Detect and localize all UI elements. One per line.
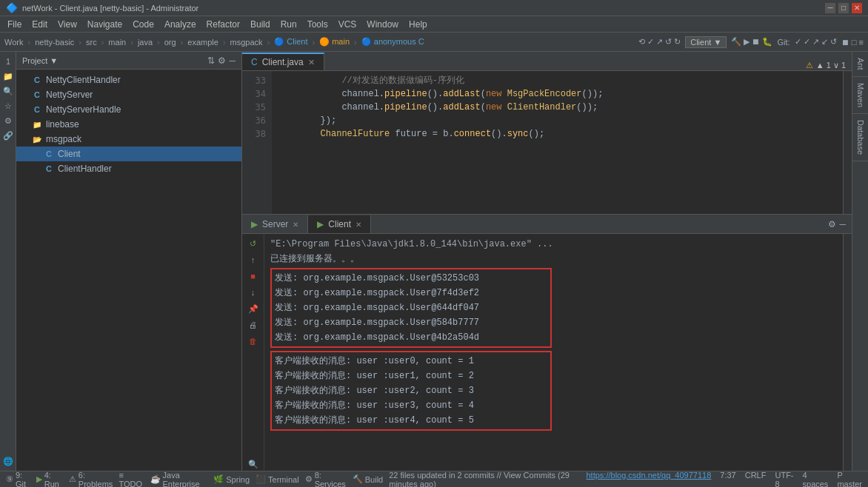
project-tree: C NettyClientHandler C NettyServer C Net… (16, 70, 241, 471)
run-stop-icon[interactable]: ■ (247, 269, 260, 283)
editor-toolbar-right: ⚠ ▲ 1 ∨ 1 (806, 61, 852, 70)
breadcrumb-anon[interactable]: 🔵 anonymous C (361, 37, 424, 47)
run-search-icon[interactable]: 🔍 (247, 457, 260, 471)
status-bar: ⑨ 9: Git ▶ 4: Run ⚠ 6: Problems ≡ TODO ☕… (0, 471, 868, 487)
sidebar-icon4[interactable]: ☆ (1, 99, 15, 112)
run-tab-server[interactable]: ▶ Server ✕ (242, 215, 308, 233)
breadcrumb-netty-basic[interactable]: netty-basic (35, 38, 74, 47)
breadcrumb-main2[interactable]: 🟠 main (319, 37, 350, 47)
menu-help[interactable]: Help (404, 18, 432, 31)
run-tab-client[interactable]: ▶ Client ✕ (308, 215, 371, 233)
run-print-icon[interactable]: 🖨 (247, 318, 260, 332)
menu-edit[interactable]: Edit (27, 18, 52, 31)
code-area[interactable]: //对发送的数据做编码-序列化 channel.pipeline().addLa… (272, 71, 843, 214)
status-terminal[interactable]: ⬛ Terminal (256, 474, 299, 484)
menu-analyze[interactable]: Analyze (160, 18, 201, 31)
send-line-0: 发送: org.example.msgpack.User@53253c03 (275, 271, 547, 286)
sidebar-icon2[interactable]: 📁 (1, 70, 15, 83)
menu-file[interactable]: File (3, 18, 26, 31)
maximize-button[interactable]: □ (838, 3, 849, 13)
menu-build[interactable]: Build (246, 18, 275, 31)
status-todo[interactable]: ≡ TODO (119, 471, 144, 488)
editor-scrollbar[interactable] (843, 71, 852, 214)
status-spaces[interactable]: 4 spaces (803, 471, 829, 488)
status-utf8[interactable]: UTF-8 (775, 471, 793, 488)
run-tab-bar: ▶ Server ✕ ▶ Client ✕ ⚙ ─ (242, 215, 852, 234)
toolbar-more-icons: ⏹ □ ≡ (841, 38, 864, 47)
panel-icon-minimize[interactable]: ─ (229, 56, 236, 66)
run-close-icon[interactable]: ─ (839, 219, 846, 229)
breadcrumb-client[interactable]: 🔵 Client (274, 37, 307, 47)
status-run[interactable]: ▶ 4: Run (36, 471, 63, 488)
send-label-0: 发送: (275, 273, 303, 283)
sidebar-icon6[interactable]: 🔗 (1, 129, 15, 142)
status-build[interactable]: 🔨 Build (353, 474, 383, 484)
status-services-icon: ⚙ (305, 474, 313, 484)
status-crlf[interactable]: CRLF (745, 471, 767, 488)
tree-icon-folder2: 📂 (31, 133, 43, 145)
sidebar-web-icon[interactable]: 🌐 (1, 454, 15, 468)
menu-navigate[interactable]: Navigate (83, 18, 127, 31)
tree-item-linebase[interactable]: 📁 linebase (16, 117, 241, 132)
send-value-1: org.example.msgpack.User@7f4d3ef2 (303, 288, 479, 298)
right-panel-database[interactable]: Database (852, 114, 868, 161)
status-master[interactable]: P master (837, 471, 862, 488)
status-spring[interactable]: 🌿 Spring (213, 474, 250, 484)
sidebar-icon3[interactable]: 🔍 (1, 84, 15, 98)
editor-tab-client[interactable]: C Client.java ✕ (242, 53, 324, 70)
right-panel-ant[interactable]: Ant (852, 52, 868, 77)
sep9: › (312, 38, 315, 47)
tree-item-msgpack[interactable]: 📂 msgpack (16, 132, 241, 147)
send-lines-box: 发送: org.example.msgpack.User@53253c03 发送… (270, 268, 552, 348)
run-delete-icon[interactable]: 🗑 (247, 335, 260, 348)
tree-item-nettyserver[interactable]: C NettyServer (16, 87, 241, 102)
menu-code[interactable]: Code (128, 18, 158, 31)
breadcrumb-msgpack[interactable]: msgpack (230, 38, 263, 47)
tree-item-nettyclienthandler[interactable]: C NettyClientHandler (16, 73, 241, 87)
status-java-enterprise[interactable]: ☕ Java Enterprise (150, 471, 208, 488)
breadcrumb-src[interactable]: src (86, 38, 97, 47)
status-services[interactable]: ⚙ 8: Services (305, 471, 347, 488)
run-up-icon[interactable]: ↑ (247, 253, 260, 266)
menu-view[interactable]: View (53, 18, 81, 31)
menu-refactor[interactable]: Refactor (202, 18, 244, 31)
sidebar-project-icon[interactable]: 1 (1, 55, 15, 68)
editor-tab-close[interactable]: ✕ (308, 58, 315, 67)
status-url[interactable]: https://blog.csdn.net/qq_40977118 (587, 471, 712, 488)
menu-window[interactable]: Window (362, 18, 403, 31)
run-pin-icon[interactable]: 📌 (247, 302, 260, 315)
breadcrumb-work[interactable]: Work (4, 38, 23, 47)
tree-item-clienthandler[interactable]: C ClientHandler (16, 161, 241, 176)
client-dropdown[interactable]: Client ▼ (685, 36, 727, 48)
right-panel-maven[interactable]: Maven (852, 77, 868, 114)
close-button[interactable]: ✕ (852, 3, 862, 13)
menu-vcs[interactable]: VCS (334, 18, 361, 31)
tree-item-client[interactable]: C Client (16, 147, 241, 161)
breadcrumb-example[interactable]: example (187, 38, 218, 47)
line-num-35: 35 (242, 101, 266, 114)
menu-run[interactable]: Run (276, 18, 301, 31)
menu-tools[interactable]: Tools (303, 18, 333, 31)
breadcrumb-java[interactable]: java (138, 38, 153, 47)
minimize-button[interactable]: ─ (825, 3, 835, 13)
run-restart-icon[interactable]: ↺ (247, 237, 260, 250)
run-settings-icon[interactable]: ⚙ (828, 219, 836, 229)
breadcrumb-org[interactable]: org (164, 38, 176, 47)
run-scrollbar[interactable] (843, 234, 852, 471)
tree-item-nettyserverhandle[interactable]: C NettyServerHandle (16, 102, 241, 117)
sidebar-icon5[interactable]: ⚙ (1, 114, 15, 127)
left-sidebar: 1 📁 🔍 ☆ ⚙ 🔗 🌐 (0, 52, 16, 471)
breadcrumb-main[interactable]: main (108, 38, 126, 47)
status-git[interactable]: ⑨ 9: Git (6, 471, 30, 488)
status-problems[interactable]: ⚠ 6: Problems (69, 471, 113, 488)
run-tab-client-close[interactable]: ✕ (355, 221, 361, 229)
panel-icon-settings[interactable]: ⚙ (218, 56, 226, 66)
run-tab-server-icon: ▶ (251, 219, 258, 229)
status-todo-label: ≡ TODO (119, 471, 144, 488)
status-terminal-icon: ⬛ (256, 474, 266, 484)
panel-icon-sort[interactable]: ⇅ (207, 56, 215, 66)
run-down-icon[interactable]: ↓ (247, 286, 260, 299)
run-tab-server-close[interactable]: ✕ (293, 221, 298, 229)
project-panel-title[interactable]: Project ▼ (22, 56, 58, 65)
sep5: › (157, 38, 160, 47)
